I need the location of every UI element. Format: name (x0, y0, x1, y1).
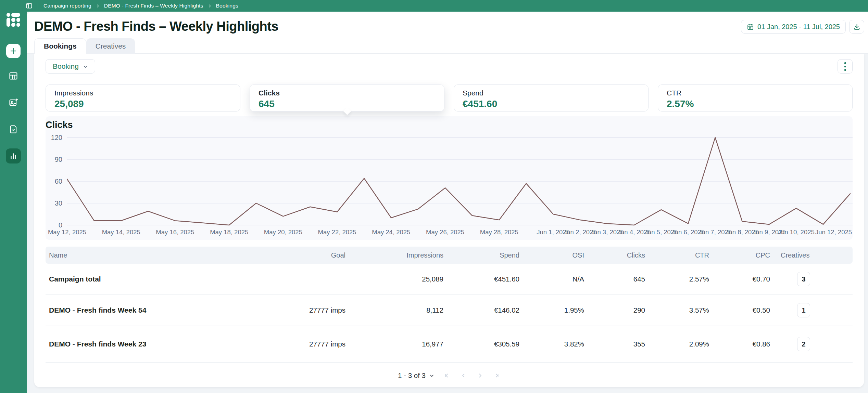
kebab-icon (844, 62, 846, 64)
creatives-count-badge: 3 (797, 272, 810, 286)
table-row-week-54[interactable]: DEMO - Fresh finds Week 54 27777 imps 8,… (46, 295, 853, 326)
date-range-label: 01 Jan, 2025 - 11 Jul, 2025 (757, 23, 840, 31)
last-page-button[interactable] (493, 372, 500, 379)
sidebar-item-proposals[interactable] (6, 122, 21, 137)
group-by-dropdown[interactable]: Booking (46, 59, 95, 74)
column-header-spend: Spend (443, 251, 519, 259)
chevron-right-icon (96, 4, 100, 8)
chevron-right-icon (207, 4, 212, 8)
column-header-creatives: Creatives (770, 251, 853, 259)
metric-label: Impressions (54, 89, 231, 97)
next-page-button[interactable] (476, 372, 484, 379)
table-icon (9, 71, 18, 81)
svg-text:May 14, 2025: May 14, 2025 (102, 228, 140, 236)
svg-text:90: 90 (55, 156, 62, 163)
clicks-line-chart: 0306090120May 12, 2025May 14, 2025May 16… (46, 132, 853, 238)
svg-text:30: 30 (55, 199, 62, 207)
tab-creatives[interactable]: Creatives (86, 38, 135, 54)
download-button[interactable] (849, 20, 864, 34)
metric-label: Clicks (259, 89, 436, 97)
app-grid-logo-icon[interactable] (7, 13, 20, 27)
metric-value: 645 (259, 99, 436, 109)
create-new-button[interactable] (6, 44, 21, 58)
breadcrumb-campaign-reporting[interactable]: Campaign reporting (43, 3, 91, 9)
date-range-button[interactable]: 01 Jan, 2025 - 11 Jul, 2025 (741, 20, 846, 34)
more-options-button[interactable] (838, 59, 853, 74)
page-header: DEMO - Fresh Finds – Weekly Highlights 0… (27, 12, 868, 54)
previous-page-button[interactable] (460, 372, 467, 379)
metric-value: 25,089 (54, 99, 231, 109)
plus-icon (9, 47, 17, 55)
svg-text:May 20, 2025: May 20, 2025 (264, 228, 302, 236)
column-header-goal: Goal (296, 251, 345, 259)
first-page-icon (444, 372, 451, 379)
report-toolbar: Booking (46, 59, 853, 74)
chevron-down-icon (429, 373, 435, 378)
chart-section: Clicks 0306090120May 12, 2025May 14, 202… (46, 116, 853, 240)
bar-chart-icon (9, 152, 18, 160)
sidebar-item-reporting[interactable] (6, 148, 21, 163)
sidebar-item-creatives[interactable] (6, 95, 21, 110)
svg-text:0: 0 (59, 221, 62, 229)
creatives-count-badge: 2 (797, 337, 810, 351)
pagination: 1 - 3 of 3 (46, 363, 853, 389)
svg-text:May 26, 2025: May 26, 2025 (426, 228, 464, 236)
group-by-label: Booking (53, 62, 79, 70)
calendar-icon (747, 23, 754, 30)
svg-text:May 24, 2025: May 24, 2025 (372, 228, 410, 236)
column-header-cpc: CPC (709, 251, 770, 259)
column-header-clicks: Clicks (584, 251, 645, 259)
bookings-table: Name Goal Impressions Spend OSI Clicks C… (46, 247, 853, 363)
table-row-week-23[interactable]: DEMO - Fresh finds Week 23 27777 imps 16… (46, 326, 853, 363)
metric-value: €451.60 (463, 99, 640, 109)
previous-page-icon (460, 372, 467, 379)
page-range-label: 1 - 3 of 3 (398, 371, 426, 380)
metric-card-clicks[interactable]: Clicks 645 (250, 84, 444, 112)
first-page-button[interactable] (443, 372, 451, 379)
svg-text:120: 120 (51, 134, 62, 141)
sidebar-nav (6, 68, 21, 163)
document-check-icon (9, 125, 18, 134)
breadcrumb-report-name[interactable]: DEMO - Fresh Finds – Weekly Highlights (104, 3, 203, 9)
metric-value: 2.57% (667, 99, 844, 109)
column-header-ctr: CTR (645, 251, 709, 259)
chevron-down-icon (83, 64, 88, 69)
metric-label: CTR (667, 89, 844, 97)
divider (38, 3, 38, 9)
sidebar-item-bookings-table[interactable] (6, 68, 21, 83)
last-page-icon (493, 372, 500, 379)
tab-bookings[interactable]: Bookings (34, 38, 86, 54)
chart-title: Clicks (46, 120, 853, 130)
column-header-osi: OSI (519, 251, 584, 259)
svg-text:May 18, 2025: May 18, 2025 (210, 228, 248, 236)
table-row-campaign-total[interactable]: Campaign total 25,089 €451.60 N/A 645 2.… (46, 264, 853, 295)
page-range-dropdown[interactable]: 1 - 3 of 3 (398, 371, 435, 380)
metric-cards: Impressions 25,089 Clicks 645 Spend €451… (46, 84, 853, 112)
report-card: Booking Impressions 25,089 Clicks 645 Sp… (34, 54, 864, 387)
svg-text:May 22, 2025: May 22, 2025 (318, 228, 356, 236)
svg-text:May 28, 2025: May 28, 2025 (480, 228, 518, 236)
metric-label: Spend (463, 89, 640, 97)
download-icon (853, 23, 860, 30)
next-page-icon (477, 372, 483, 379)
breadcrumb: Campaign reporting DEMO - Fresh Finds – … (43, 3, 238, 9)
svg-text:May 16, 2025: May 16, 2025 (156, 228, 194, 236)
creatives-count-badge: 1 (797, 303, 810, 317)
sidebar (0, 12, 27, 393)
page-title: DEMO - Fresh Finds – Weekly Highlights (34, 19, 278, 34)
image-add-icon (9, 98, 18, 107)
svg-text:Jun 10, 2025: Jun 10, 2025 (778, 228, 815, 236)
tab-bar: Bookings Creatives (34, 38, 135, 54)
svg-text:Jun 12, 2025: Jun 12, 2025 (815, 228, 852, 236)
svg-text:May 12, 2025: May 12, 2025 (48, 228, 86, 236)
metric-card-spend[interactable]: Spend €451.60 (454, 84, 649, 112)
metric-card-impressions[interactable]: Impressions 25,089 (46, 84, 240, 112)
sidebar-toggle-icon[interactable] (25, 2, 33, 10)
column-header-name: Name (46, 251, 296, 259)
breadcrumb-bookings[interactable]: Bookings (216, 3, 238, 9)
page-area: Booking Impressions 25,089 Clicks 645 Sp… (27, 54, 868, 393)
table-header-row: Name Goal Impressions Spend OSI Clicks C… (46, 247, 853, 264)
svg-text:60: 60 (55, 178, 62, 185)
metric-card-ctr[interactable]: CTR 2.57% (658, 84, 853, 112)
top-bar: Campaign reporting DEMO - Fresh Finds – … (0, 0, 868, 12)
